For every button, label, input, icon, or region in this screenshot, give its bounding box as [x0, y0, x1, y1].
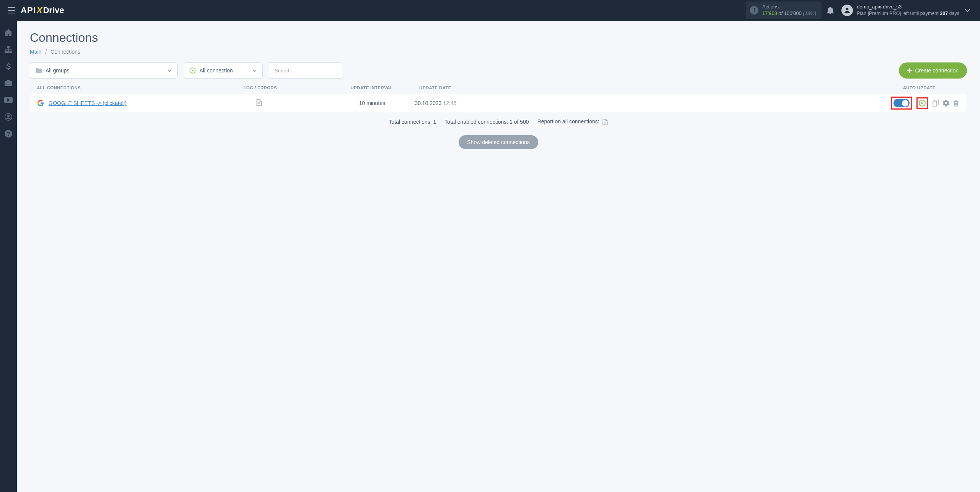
page-title: Connections [30, 31, 967, 45]
play-circle-icon [189, 67, 196, 74]
groups-label: All groups [46, 67, 163, 74]
filters-row: All groups All connection Create connect… [30, 62, 967, 79]
conn-filter-label: All connection [199, 67, 248, 74]
user-plan: Plan |Premium PRO| left until payment 20… [857, 10, 959, 16]
sidebar-connections-icon[interactable] [4, 45, 13, 54]
trash-icon[interactable] [952, 99, 960, 107]
highlight-play [916, 97, 928, 109]
actions-total: 100'000 [784, 10, 802, 16]
folder-icon [36, 68, 42, 73]
summary: Total connections: 1 Total enabled conne… [30, 118, 967, 125]
sidebar-video-icon[interactable] [4, 96, 13, 104]
svg-rect-3 [7, 51, 10, 53]
th-interval: UPDATE INTERVAL [343, 85, 400, 90]
table-header: ALL CONNECTIONS LOG / ERRORS UPDATE INTE… [30, 85, 967, 94]
logo[interactable]: APIXDrive [21, 5, 64, 15]
connection-filter-select[interactable]: All connection [184, 62, 263, 79]
show-deleted-button[interactable]: Show deleted connections [459, 135, 538, 149]
th-all: ALL CONNECTIONS [37, 85, 243, 90]
main: Connections Main / Connections All group… [17, 21, 980, 159]
sidebar-home-icon[interactable] [4, 28, 13, 37]
user-block[interactable]: demo_apix-drive_s3 Plan |Premium PRO| le… [839, 4, 959, 16]
log-file-icon[interactable] [256, 99, 262, 106]
actions-pct: (18%) [803, 10, 817, 16]
breadcrumb: Main / Connections [30, 49, 967, 55]
svg-point-0 [846, 8, 849, 10]
gear-icon[interactable] [942, 99, 950, 107]
plus-icon [907, 68, 912, 73]
actions-label: Actions: [762, 4, 816, 10]
chevron-down-icon [252, 69, 257, 72]
connection-name[interactable]: GOOGLE SHEETS -> (clickatell) [49, 100, 244, 106]
svg-rect-12 [933, 101, 937, 106]
copy-icon[interactable] [932, 99, 939, 107]
svg-rect-2 [5, 51, 7, 53]
actions-used: 17'963 [762, 10, 777, 16]
logo-api: API [21, 5, 36, 15]
connection-row: GOOGLE SHEETS -> (clickatell) 10 minutes… [30, 94, 967, 112]
sidebar-user-icon[interactable] [4, 113, 13, 121]
interval-cell: 10 minutes [343, 100, 401, 106]
info-icon: i [750, 6, 758, 15]
summary-enabled: Total enabled connections: 1 of 500 [444, 119, 529, 125]
auto-update-toggle[interactable] [893, 99, 910, 107]
summary-report: Report on all connections: [537, 118, 608, 125]
google-icon [37, 100, 44, 107]
actions-box[interactable]: i Actions: 17'963 of 100'000 (18%) [746, 2, 822, 19]
bell-icon[interactable] [822, 7, 839, 14]
logo-drive: Drive [43, 5, 64, 15]
user-chevron-icon[interactable] [959, 9, 975, 12]
th-date: UPDATE DATE [400, 85, 470, 90]
breadcrumb-current: Connections [51, 49, 80, 55]
chevron-down-icon [167, 69, 172, 72]
breadcrumb-main[interactable]: Main [30, 49, 41, 55]
svg-point-7 [7, 115, 10, 117]
svg-rect-4 [10, 51, 12, 53]
sidebar-briefcase-icon[interactable] [4, 79, 13, 87]
sidebar: ? [0, 21, 17, 159]
svg-text:?: ? [7, 131, 10, 137]
avatar [841, 5, 853, 16]
menu-button[interactable] [5, 4, 18, 16]
sidebar-billing-icon[interactable] [4, 62, 13, 71]
th-log: LOG / ERRORS [243, 85, 343, 90]
actions-of: of [779, 10, 783, 16]
report-file-icon[interactable] [602, 119, 608, 125]
summary-total: Total connections: 1 [389, 119, 436, 125]
header: APIXDrive i Actions: 17'963 of 100'000 (… [0, 0, 980, 21]
highlight-toggle [891, 97, 912, 110]
log-cell [244, 99, 343, 107]
breadcrumb-sep: / [45, 49, 47, 55]
svg-rect-1 [7, 46, 10, 48]
logo-x: X [37, 5, 42, 15]
row-actions [470, 97, 960, 110]
date-cell: 30.10.2023 12:45 [401, 100, 470, 106]
run-button[interactable] [919, 100, 926, 107]
sidebar-help-icon[interactable]: ? [4, 130, 13, 138]
create-connection-button[interactable]: Create connection [899, 62, 967, 79]
th-auto: AUTO UPDATE [470, 85, 960, 90]
groups-select[interactable]: All groups [30, 62, 178, 79]
search-input[interactable] [269, 62, 343, 79]
user-name: demo_apix-drive_s3 [857, 4, 959, 10]
